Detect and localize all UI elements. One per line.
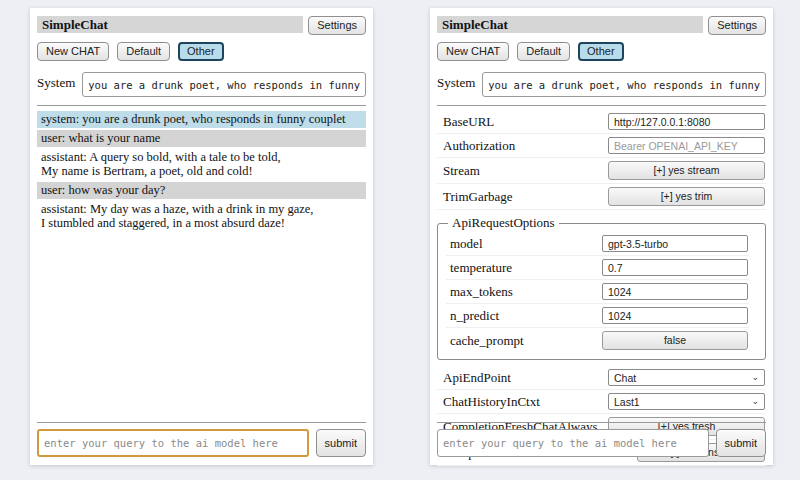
system-prompt-input[interactable] — [82, 72, 366, 97]
chat-message-list: system: you are a drunk poet, who respon… — [37, 111, 366, 232]
trimgarbage-label: TrimGarbage — [443, 189, 513, 205]
chat-message-user: user: how was your day? — [37, 182, 366, 199]
app-title: SimpleChat — [37, 16, 303, 33]
query-input[interactable] — [37, 429, 309, 457]
chat-history-value: Last1 — [614, 396, 640, 408]
chat-message-system: system: you are a drunk poet, who respon… — [37, 111, 366, 128]
stream-toggle-button[interactable]: [+] yes stream — [608, 161, 765, 180]
two-panel-stage: SimpleChat Settings New CHAT Default Oth… — [0, 0, 800, 465]
n-predict-label: n_predict — [450, 308, 499, 324]
settings-panel: SimpleChat Settings New CHAT Default Oth… — [430, 8, 773, 465]
new-chat-button[interactable]: New CHAT — [437, 42, 509, 61]
tab-default[interactable]: Default — [117, 42, 170, 61]
api-endpoint-value: Chat — [614, 372, 636, 384]
max-tokens-label: max_tokens — [450, 284, 513, 300]
api-request-options-legend: ApiRequestOptions — [448, 215, 559, 231]
tab-default[interactable]: Default — [517, 42, 570, 61]
system-prompt-input[interactable] — [482, 72, 766, 97]
system-prompt-label: System — [37, 72, 75, 91]
tab-other[interactable]: Other — [578, 42, 624, 61]
app-title: SimpleChat — [437, 16, 703, 33]
api-request-options-fieldset: ApiRequestOptions model temperature max_… — [437, 215, 766, 360]
temperature-input[interactable] — [602, 259, 748, 276]
chat-message-assistant: assistant: A query so bold, with a tale … — [37, 149, 366, 180]
max-tokens-input[interactable] — [602, 283, 748, 300]
settings-button[interactable]: Settings — [308, 16, 366, 35]
chevron-down-icon: ⌄ — [751, 373, 759, 382]
n-predict-input[interactable] — [602, 307, 748, 324]
cache-prompt-label: cache_prompt — [450, 333, 524, 349]
chat-message-user: user: what is your name — [37, 130, 366, 147]
api-endpoint-label: ApiEndPoint — [443, 370, 511, 386]
api-endpoint-select[interactable]: Chat ⌄ — [608, 369, 765, 386]
chat-message-assistant: assistant: My day was a haze, with a dri… — [37, 201, 366, 232]
divider — [437, 105, 766, 106]
chat-history-select[interactable]: Last1 ⌄ — [608, 393, 765, 410]
chat-history-label: ChatHistoryInCtxt — [443, 394, 540, 410]
divider — [37, 422, 366, 423]
model-input[interactable] — [602, 235, 748, 252]
trimgarbage-toggle-button[interactable]: [+] yes trim — [608, 187, 765, 206]
baseurl-input[interactable] — [608, 113, 765, 130]
settings-form: BaseURL Authorization Stream [+] yes str… — [437, 110, 766, 466]
divider — [437, 422, 766, 423]
query-input[interactable] — [437, 429, 709, 457]
settings-button[interactable]: Settings — [708, 16, 766, 35]
system-prompt-label: System — [437, 72, 475, 91]
authorization-input[interactable] — [608, 137, 765, 154]
temperature-label: temperature — [450, 260, 512, 276]
chat-panel: SimpleChat Settings New CHAT Default Oth… — [30, 8, 373, 465]
cache-prompt-toggle-button[interactable]: false — [602, 331, 748, 350]
stream-label: Stream — [443, 163, 480, 179]
new-chat-button[interactable]: New CHAT — [37, 42, 109, 61]
authorization-label: Authorization — [443, 138, 515, 154]
tab-other[interactable]: Other — [178, 42, 224, 61]
submit-button[interactable]: submit — [716, 429, 766, 457]
divider — [37, 105, 366, 106]
submit-button[interactable]: submit — [316, 429, 366, 457]
baseurl-label: BaseURL — [443, 114, 494, 130]
chevron-down-icon: ⌄ — [751, 397, 759, 406]
model-label: model — [450, 236, 483, 252]
